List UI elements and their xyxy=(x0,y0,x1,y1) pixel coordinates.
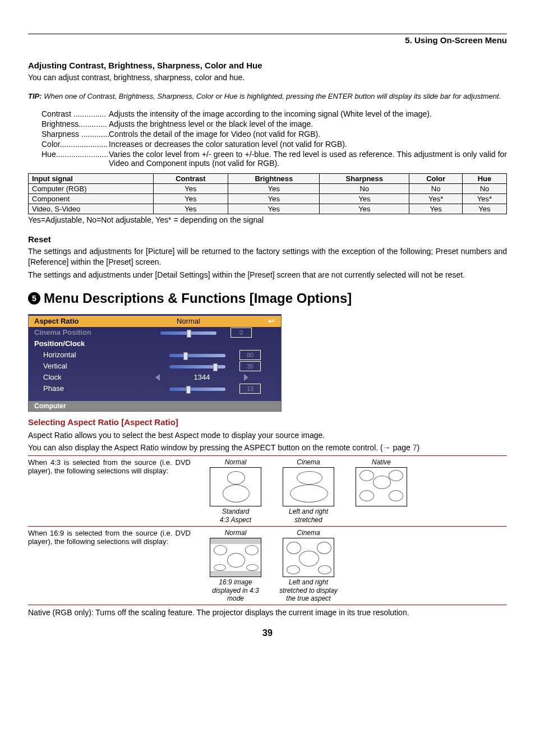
menu-item-phase[interactable]: Phase 13 xyxy=(29,383,281,394)
term-color: Color...................... xyxy=(41,140,109,149)
menu-value-aspect: Normal xyxy=(146,317,230,325)
arrow-left-icon[interactable] xyxy=(155,374,160,381)
aspect-row-169: When 16:9 is selected from the source (i… xyxy=(28,529,507,602)
heading-adjusting: Adjusting Contrast, Brightness, Sharpnes… xyxy=(28,61,507,70)
arrow-right-icon[interactable] xyxy=(244,374,248,381)
tip-text: When one of Contrast, Brightness, Sharpn… xyxy=(44,92,501,100)
menu-item-horizontal[interactable]: Horizontal 80 xyxy=(29,349,281,361)
table-row: Component Yes Yes Yes Yes* Yes* xyxy=(29,193,507,204)
definitions-list: Contrast ............... Adjusts the int… xyxy=(41,109,507,168)
signal-table: Input signal Contrast Brightness Sharpne… xyxy=(28,173,507,214)
tip-label: TIP: xyxy=(28,92,42,100)
desc-color: Increases or decreases the color saturat… xyxy=(109,140,507,149)
adjust-intro: You can adjust contrast, brightness, sha… xyxy=(28,72,507,83)
thumb-43-normal xyxy=(210,467,261,506)
reset-p2: The settings and adjustments under [Deta… xyxy=(28,270,507,280)
th-hue: Hue xyxy=(462,173,506,183)
heading-image-options: 5 Menu Descriptions & Functions [Image O… xyxy=(28,291,507,306)
heading-reset: Reset xyxy=(28,234,507,244)
tip-block: TIP: When one of Contrast, Brightness, S… xyxy=(28,92,507,100)
menu-value-vertical: 35 xyxy=(239,361,261,371)
table-legend: Yes=Adjustable, No=Not adjustable, Yes* … xyxy=(28,215,507,224)
ar43-desc: When 4:3 is selected from the source (i.… xyxy=(28,458,196,524)
desc-hue: Varies the color level from +/- green to… xyxy=(109,150,507,168)
desc-brightness: Adjusts the brightness level or the blac… xyxy=(109,119,507,128)
label-cinema-2: Cinema xyxy=(275,529,342,537)
menu-item-position-clock: Position/Clock xyxy=(29,338,281,349)
reset-p1: The settings and adjustments for [Pictur… xyxy=(28,246,507,268)
menu-value-cinema: 0 xyxy=(230,328,252,338)
section-header: 5. Using On-Screen Menu xyxy=(28,35,507,45)
menu-value-horizontal: 80 xyxy=(239,350,261,360)
menu-item-cinema-position: Cinema Position 0 xyxy=(29,327,281,338)
desc-sharpness: Controls the detail of the image for Vid… xyxy=(109,130,507,139)
native-note: Native (RGB only): Turns off the scaling… xyxy=(28,607,507,618)
cap-lr-stretched: Left and right stretched xyxy=(275,508,342,524)
enter-icon: ↵ xyxy=(268,316,275,326)
th-sharpness: Sharpness xyxy=(320,173,409,183)
menu-value-phase: 13 xyxy=(239,384,261,394)
menu-value-clock: 1344 xyxy=(160,373,244,381)
th-input: Input signal xyxy=(29,173,154,183)
aspect-p2: You can also display the Aspect Ratio wi… xyxy=(28,442,507,453)
page-number: 39 xyxy=(28,628,507,638)
aspect-p1: Aspect Ratio allows you to select the be… xyxy=(28,430,507,441)
aspect-row-43: When 4:3 is selected from the source (i.… xyxy=(28,458,507,524)
osd-menu-panel: Aspect Ratio Normal ↵ Cinema Position 0 … xyxy=(28,314,282,412)
ar169-desc: When 16:9 is selected from the source (i… xyxy=(28,529,196,602)
thumb-169-normal xyxy=(210,538,261,577)
th-color: Color xyxy=(409,173,463,183)
thumb-169-cinema xyxy=(283,538,334,577)
label-native: Native xyxy=(348,458,415,466)
thumb-43-cinema xyxy=(283,467,334,506)
term-brightness: Brightness............. xyxy=(41,119,109,128)
heading-image-options-text: Menu Descriptions & Functions [Image Opt… xyxy=(44,291,352,306)
menu-item-aspect-ratio[interactable]: Aspect Ratio Normal ↵ xyxy=(29,316,281,327)
desc-contrast: Adjusts the intensity of the image accor… xyxy=(109,109,507,118)
cap-standard-43: Standard 4:3 Aspect xyxy=(202,508,269,524)
term-contrast: Contrast ............... xyxy=(41,109,109,118)
label-normal: Normal xyxy=(202,458,269,466)
section-number-icon: 5 xyxy=(28,292,40,305)
menu-item-clock[interactable]: Clock 1344 xyxy=(29,372,281,383)
term-sharpness: Sharpness ............. xyxy=(41,130,109,139)
menu-item-vertical[interactable]: Vertical 35 xyxy=(29,361,281,372)
th-contrast: Contrast xyxy=(153,173,228,183)
heading-aspect-ratio: Selecting Aspect Ratio [Aspect Ratio] xyxy=(28,417,507,427)
thumb-43-native xyxy=(356,467,407,506)
label-normal-2: Normal xyxy=(202,529,269,537)
menu-footer: Computer xyxy=(29,401,281,411)
cap-lr-true: Left and right stretched to display the … xyxy=(275,578,342,602)
th-brightness: Brightness xyxy=(228,173,320,183)
table-row: Video, S-Video Yes Yes Yes Yes Yes xyxy=(29,204,507,214)
term-hue: Hue........................ xyxy=(41,150,109,168)
cap-169-in-43: 16:9 image displayed in 4:3 mode xyxy=(202,578,269,602)
table-row: Computer (RGB) Yes Yes No No No xyxy=(29,183,507,193)
label-cinema: Cinema xyxy=(275,458,342,466)
